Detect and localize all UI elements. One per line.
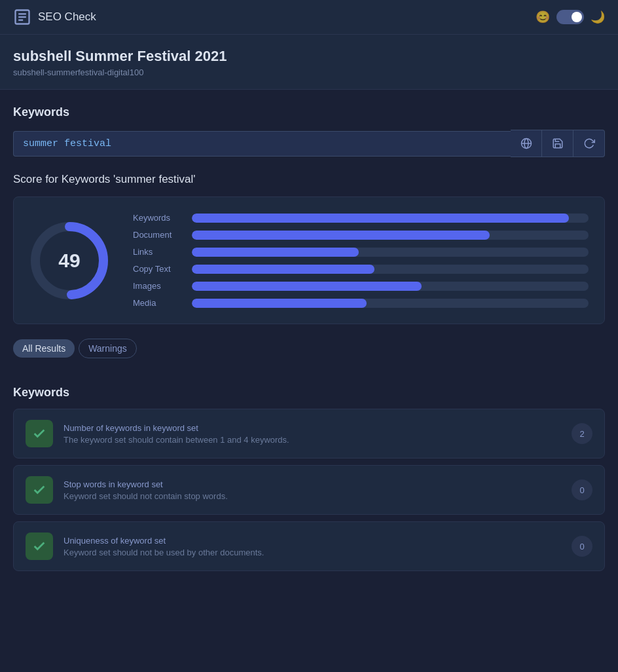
page-title: subshell Summer Festival 2021 [13, 48, 605, 65]
check-icon-container [26, 476, 53, 504]
seo-check-icon [13, 8, 31, 26]
keyword-input-row [13, 130, 605, 157]
result-cards: Number of keywords in keyword set The ke… [13, 409, 605, 571]
bar-label: Document [133, 230, 192, 240]
globe-button[interactable] [511, 130, 542, 157]
result-count: 0 [572, 479, 592, 500]
keywords-section: Keywords [0, 90, 618, 157]
results-title: Keywords [13, 386, 605, 400]
bar-track [192, 265, 589, 274]
check-icon-container [26, 532, 53, 560]
result-text: Number of keywords in keyword set The ke… [64, 423, 561, 445]
page-info: subshell Summer Festival 2021 subshell-s… [0, 35, 618, 90]
donut-chart: 49 [27, 218, 112, 303]
check-icon-container [26, 420, 53, 447]
bar-row: Keywords [133, 213, 589, 223]
result-item-title: Stop words in keyword set [64, 479, 561, 489]
result-item-title: Number of keywords in keyword set [64, 423, 561, 433]
refresh-icon [583, 138, 595, 149]
bar-label: Keywords [133, 213, 192, 223]
save-icon [552, 138, 564, 149]
bar-label: Images [133, 281, 192, 291]
bar-row: Document [133, 230, 589, 240]
bar-fill [192, 282, 422, 291]
bar-track [192, 248, 589, 257]
page-slug: subshell-summerfestival-digital100 [13, 67, 605, 77]
result-text: Uniqueness of keyword set Keyword set sh… [64, 536, 561, 557]
tabs-row: All Results Warnings [13, 339, 605, 358]
bar-track [192, 231, 589, 240]
result-item-desc: Keyword set should not be used by other … [64, 548, 561, 557]
bar-row: Images [133, 281, 589, 291]
check-icon [32, 426, 46, 441]
bar-fill [192, 299, 367, 308]
score-value: 49 [58, 250, 80, 272]
score-section: Score for Keywords 'summer festival' 49 … [0, 161, 618, 324]
score-card: 49 Keywords Document Links Copy Text [13, 196, 605, 324]
bar-fill [192, 231, 490, 240]
result-item-desc: The keyword set should contain between 1… [64, 435, 561, 445]
bar-label: Links [133, 247, 192, 257]
smile-icon: 😊 [536, 10, 550, 24]
bar-row: Media [133, 298, 589, 308]
result-count: 0 [572, 536, 592, 557]
keyword-input[interactable] [13, 131, 511, 157]
check-icon [32, 539, 46, 553]
bar-fill [192, 265, 374, 274]
score-heading: Score for Keywords 'summer festival' [13, 173, 605, 186]
bar-row: Copy Text [133, 264, 589, 274]
bar-chart: Keywords Document Links Copy Text Images [133, 213, 589, 308]
refresh-button[interactable] [573, 130, 605, 157]
bar-track [192, 282, 589, 291]
bar-row: Links [133, 247, 589, 257]
app-title: SEO Check [38, 10, 96, 24]
bar-fill [192, 214, 569, 223]
check-icon [32, 483, 46, 497]
result-text: Stop words in keyword set Keyword set sh… [64, 479, 561, 501]
result-card: Number of keywords in keyword set The ke… [13, 409, 605, 458]
tab-warnings[interactable]: Warnings [79, 339, 137, 358]
bar-fill [192, 248, 359, 257]
tabs-section: All Results Warnings [0, 339, 618, 386]
result-count: 2 [572, 423, 592, 444]
keywords-label: Keywords [13, 105, 605, 119]
moon-icon: 🌙 [591, 10, 605, 24]
save-button[interactable] [542, 130, 573, 157]
theme-toggle[interactable] [556, 10, 584, 24]
globe-icon [520, 138, 532, 149]
result-item-desc: Keyword set should not contain stop word… [64, 491, 561, 501]
result-card: Uniqueness of keyword set Keyword set sh… [13, 521, 605, 571]
bar-track [192, 299, 589, 308]
tab-all-results[interactable]: All Results [13, 339, 75, 358]
header: SEO Check 😊 🌙 [0, 0, 618, 35]
header-left: SEO Check [13, 8, 96, 26]
bar-label: Copy Text [133, 264, 192, 274]
bar-track [192, 214, 589, 223]
result-card: Stop words in keyword set Keyword set sh… [13, 465, 605, 515]
result-item-title: Uniqueness of keyword set [64, 536, 561, 546]
results-section: Keywords Number of keywords in keyword s… [0, 386, 618, 571]
header-controls: 😊 🌙 [536, 10, 605, 24]
bar-label: Media [133, 298, 192, 308]
